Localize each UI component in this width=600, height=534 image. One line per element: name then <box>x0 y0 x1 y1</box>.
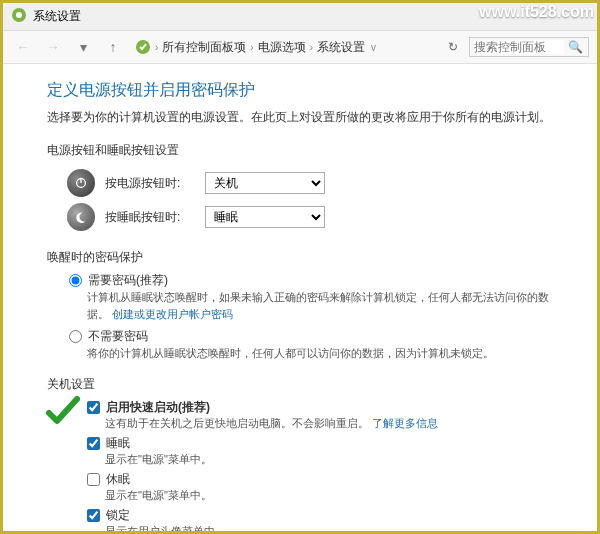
nav-back-icon[interactable]: ← <box>11 35 35 59</box>
learn-more-link[interactable]: 了解更多信息 <box>372 417 438 429</box>
checkbox-sleep[interactable] <box>87 437 100 450</box>
radio-no-password[interactable] <box>69 330 82 343</box>
power-button-label: 按电源按钮时: <box>105 175 195 192</box>
section-button-settings: 电源按钮和睡眠按钮设置 <box>47 142 565 159</box>
hibernate-label: 休眠 <box>106 471 130 488</box>
page-title: 定义电源按钮并启用密码保护 <box>47 80 565 101</box>
create-change-password-link[interactable]: 创建或更改用户帐户密码 <box>112 308 233 320</box>
nav-up-icon[interactable]: ↑ <box>101 35 125 59</box>
crumb-system[interactable]: 系统设置 <box>317 39 365 56</box>
sleep-desc: 显示在"电源"菜单中。 <box>105 452 565 467</box>
power-icon <box>67 169 95 197</box>
power-button-select[interactable]: 关机 <box>205 172 325 194</box>
chevron-right-icon: › <box>250 42 253 53</box>
no-password-label: 不需要密码 <box>88 328 148 345</box>
hibernate-desc: 显示在"电源"菜单中。 <box>105 488 565 503</box>
highlight-check-icon <box>45 395 81 438</box>
search-input-wrap[interactable]: 🔍 <box>469 37 589 57</box>
section-shutdown: 关机设置 <box>47 376 565 393</box>
sleep-label: 睡眠 <box>106 435 130 452</box>
refresh-icon[interactable]: ↻ <box>443 40 463 54</box>
section-wake-protect: 唤醒时的密码保护 <box>47 249 565 266</box>
checkbox-lock[interactable] <box>87 509 100 522</box>
window-title: 系统设置 <box>33 8 81 25</box>
chevron-right-icon: › <box>155 42 158 53</box>
require-password-label: 需要密码(推荐) <box>88 272 168 289</box>
nav-forward-icon[interactable]: → <box>41 35 65 59</box>
checkbox-hibernate[interactable] <box>87 473 100 486</box>
system-icon <box>11 7 27 26</box>
crumb-all[interactable]: 所有控制面板项 <box>162 39 246 56</box>
control-panel-icon <box>135 39 151 55</box>
sleep-icon <box>67 203 95 231</box>
chevron-right-icon: › <box>310 42 313 53</box>
radio-require-password[interactable] <box>69 274 82 287</box>
sleep-button-select[interactable]: 睡眠 <box>205 206 325 228</box>
breadcrumb[interactable]: › 所有控制面板项 › 电源选项 › 系统设置 v <box>131 37 437 58</box>
no-password-desc: 将你的计算机从睡眠状态唤醒时，任何人都可以访问你的数据，因为计算机未锁定。 <box>87 345 565 362</box>
checkbox-fast-startup[interactable] <box>87 401 100 414</box>
search-icon: 🔍 <box>568 40 583 54</box>
page-description: 选择要为你的计算机设置的电源设置。在此页上对设置所做的更改将应用于你所有的电源计… <box>47 109 565 126</box>
nav-down-icon[interactable]: ▾ <box>71 35 95 59</box>
svg-point-1 <box>16 12 22 18</box>
fast-startup-desc: 这有助于在关机之后更快地启动电脑。不会影响重启。 <box>105 417 369 429</box>
crumb-power[interactable]: 电源选项 <box>258 39 306 56</box>
watermark: www.it528.com <box>479 3 594 21</box>
fast-startup-label: 启用快速启动(推荐) <box>106 399 210 416</box>
lock-desc: 显示在用户头像菜单中。 <box>105 524 565 532</box>
breadcrumb-dropdown-icon[interactable]: v <box>369 42 378 53</box>
search-input[interactable] <box>474 40 564 54</box>
lock-label: 锁定 <box>106 507 130 524</box>
sleep-button-label: 按睡眠按钮时: <box>105 209 195 226</box>
